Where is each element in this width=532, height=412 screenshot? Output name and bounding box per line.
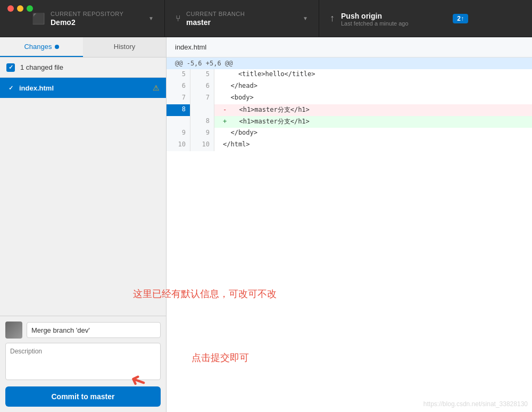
branch-label: Current Branch <box>186 11 297 17</box>
diff-line-text: </body> <box>214 128 532 139</box>
repo-value: Demo2 <box>51 18 143 27</box>
tab-history[interactable]: History <box>83 37 166 57</box>
diff-old-num: 5 <box>167 69 190 81</box>
traffic-lights <box>0 0 40 17</box>
commit-message-input[interactable] <box>27 322 161 338</box>
diff-new-num: 10 <box>190 139 214 151</box>
diff-line: 7 7 <body> <box>167 93 532 104</box>
diff-new-num <box>190 104 214 116</box>
diff-new-num: 6 <box>190 81 214 93</box>
file-item[interactable]: index.html ⚠ <box>0 78 166 98</box>
changed-files-header: 1 changed file <box>0 57 166 78</box>
diff-line-text: - <h1>master分支</h1> <box>214 104 532 116</box>
diff-filename: index.html <box>175 43 206 51</box>
diff-hunk-header: @@ -5,6 +5,6 @@ <box>167 57 532 69</box>
repo-label: Current Repository <box>51 11 143 17</box>
diff-line-text: <title>hello</title> <box>214 69 532 81</box>
diff-line: 10 10 </html> <box>167 139 532 151</box>
commit-button[interactable]: Commit to master <box>5 386 161 407</box>
diff-old-num: 9 <box>167 128 190 139</box>
description-textarea[interactable] <box>5 343 161 380</box>
file-name: index.html <box>19 84 148 92</box>
changes-dot <box>55 45 59 49</box>
diff-content: @@ -5,6 +5,6 @@ 5 5 <title>hello</title>… <box>167 57 532 412</box>
repo-text: Current Repository Demo2 <box>51 11 143 27</box>
toolbar: ⬛ Current Repository Demo2 ▼ ⑂ Current B… <box>0 0 532 37</box>
branch-icon: ⑂ <box>176 14 181 23</box>
changes-tab-label: Changes <box>24 43 52 51</box>
diff-new-num: 5 <box>190 69 214 81</box>
diff-new-num: 9 <box>190 128 214 139</box>
main-content: Changes History 1 changed file index.htm… <box>0 37 532 412</box>
diff-old-num <box>167 116 190 128</box>
push-sublabel: Last fetched a minute ago <box>341 20 446 27</box>
watermark: https://blog.csdn.net/sinat_33828130 <box>423 400 528 408</box>
repo-chevron-icon: ▼ <box>148 15 154 21</box>
diff-line-text: <body> <box>214 93 532 104</box>
changed-files-count: 1 changed file <box>20 63 63 71</box>
file-list: index.html ⚠ <box>0 78 166 316</box>
diff-line-text: </head> <box>214 81 532 93</box>
diff-old-num: 8 <box>167 104 190 116</box>
commit-area: Commit to master <box>0 316 166 412</box>
history-tab-label: History <box>114 43 135 51</box>
maximize-button[interactable] <box>27 5 33 12</box>
current-branch-section[interactable]: ⑂ Current Branch master ▼ <box>165 0 319 37</box>
diff-old-num: 7 <box>167 93 190 104</box>
push-section[interactable]: ↑ Push origin Last fetched a minute ago … <box>319 0 479 37</box>
branch-text: Current Branch master <box>186 11 297 27</box>
diff-line: 5 5 <title>hello</title> <box>167 69 532 81</box>
minimize-button[interactable] <box>17 5 23 12</box>
tab-changes[interactable]: Changes <box>0 37 83 57</box>
branch-value: master <box>186 18 297 27</box>
diff-old-num: 6 <box>167 81 190 93</box>
diff-new-num: 8 <box>190 116 214 128</box>
diff-filename-bar: index.html <box>167 37 532 57</box>
diff-old-num: 10 <box>167 139 190 151</box>
branch-chevron-icon: ▼ <box>303 15 308 21</box>
warning-icon: ⚠ <box>153 84 160 92</box>
diff-line-text: + <h1>master分支</h1> <box>214 116 532 128</box>
file-checkbox[interactable] <box>6 84 15 92</box>
tabs: Changes History <box>0 37 166 57</box>
commit-message-row <box>5 322 161 339</box>
diff-line-removed: 8 - <h1>master分支</h1> <box>167 104 532 116</box>
push-badge: 2↑ <box>453 14 468 23</box>
push-text: Push origin Last fetched a minute ago <box>341 11 446 27</box>
push-up-icon: ↑ <box>330 13 335 24</box>
close-button[interactable] <box>7 5 14 12</box>
diff-new-num: 7 <box>190 93 214 104</box>
diff-line: 6 6 </head> <box>167 81 532 93</box>
diff-line: 9 9 </body> <box>167 128 532 139</box>
diff-line-added: 8 + <h1>master分支</h1> <box>167 116 532 128</box>
diff-line-text: </html> <box>214 139 532 151</box>
select-all-checkbox[interactable] <box>6 63 15 72</box>
diff-area: index.html @@ -5,6 +5,6 @@ 5 5 <title>he… <box>167 37 532 412</box>
sidebar: Changes History 1 changed file index.htm… <box>0 37 167 412</box>
avatar <box>5 322 22 339</box>
push-label: Push origin <box>341 12 446 20</box>
